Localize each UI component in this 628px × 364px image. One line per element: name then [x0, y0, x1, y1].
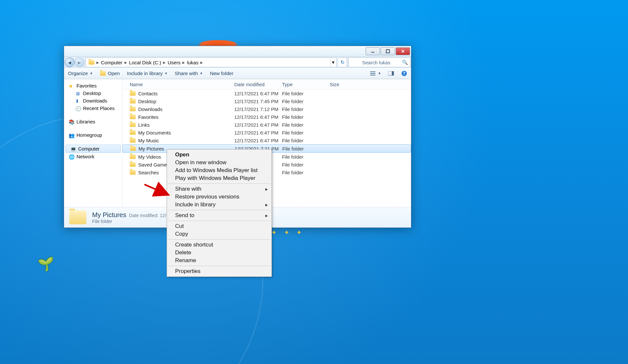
file-type: File folder: [282, 170, 330, 175]
details-type: File folder: [92, 219, 166, 224]
column-date-modified[interactable]: Date modified: [234, 82, 282, 87]
nav-network[interactable]: 🌐Network: [64, 153, 122, 160]
nav-recent-places[interactable]: 🕘Recent Places: [64, 104, 122, 112]
nav-forward-button[interactable]: ►: [74, 57, 84, 67]
context-menu-item[interactable]: Properties: [167, 267, 271, 275]
breadcrumb-sep-icon: ▶: [124, 61, 127, 64]
svg-rect-4: [370, 75, 375, 75]
context-menu-item[interactable]: Play with Windows Media Player: [167, 174, 271, 182]
minimize-button[interactable]: [366, 47, 380, 55]
file-row[interactable]: Contacts12/17/2021 6:47 PMFile folder: [123, 89, 411, 97]
file-date: 12/17/2021 6:47 PM: [234, 138, 282, 143]
folder-icon: [130, 130, 136, 135]
folder-icon: [130, 107, 136, 111]
navigation-pane: ★Favorites 🖥Desktop ⬇Downloads 🕘Recent P…: [64, 79, 123, 207]
view-options-button[interactable]: ▼: [370, 71, 381, 76]
context-menu: OpenOpen in new windowAdd to Windows Med…: [167, 149, 272, 277]
nav-downloads[interactable]: ⬇Downloads: [64, 97, 122, 104]
organize-menu[interactable]: Organize ▼: [68, 71, 93, 76]
context-menu-item[interactable]: Include in library▶: [167, 201, 271, 209]
downloads-icon: ⬇: [75, 98, 80, 103]
preview-pane-button[interactable]: [388, 71, 394, 76]
breadcrumb-lukas[interactable]: lukas: [185, 58, 200, 67]
folder-icon: [130, 115, 136, 119]
open-folder-icon: [100, 71, 106, 76]
context-menu-separator: [168, 239, 271, 240]
context-menu-item[interactable]: Copy: [167, 230, 271, 238]
computer-icon: 💻: [70, 146, 75, 151]
submenu-arrow-icon: ▶: [265, 214, 268, 217]
file-type: File folder: [282, 162, 330, 167]
maximize-button[interactable]: [381, 47, 395, 55]
breadcrumb[interactable]: ▶ Computer ▶ Local Disk (C:) ▶ Users ▶ l…: [86, 57, 337, 67]
context-menu-item[interactable]: Send to▶: [167, 212, 271, 219]
folder-icon: [130, 170, 136, 175]
context-menu-item[interactable]: Open: [167, 151, 271, 159]
file-name: Downloads: [138, 106, 162, 112]
open-button[interactable]: Open: [100, 71, 120, 76]
breadcrumb-sep-icon: ▶: [182, 61, 185, 64]
nav-computer[interactable]: 💻Computer: [65, 145, 121, 153]
file-row[interactable]: Links12/17/2021 6:47 PMFile folder: [123, 121, 411, 129]
titlebar: [64, 46, 411, 57]
file-type: File folder: [282, 130, 330, 135]
file-date: 12/17/2021 7:45 PM: [234, 99, 282, 104]
context-menu-item[interactable]: Delete: [167, 249, 271, 257]
file-type: File folder: [282, 154, 330, 160]
nav-homegroup[interactable]: 👥Homegroup: [64, 131, 122, 139]
file-name: My Music: [138, 138, 159, 143]
file-date: 12/17/2021 6:47 PM: [234, 114, 282, 120]
breadcrumb-sep-icon: ▶: [163, 61, 166, 64]
column-name[interactable]: Name: [123, 82, 234, 87]
context-menu-item[interactable]: Rename: [167, 257, 271, 264]
file-date: 12/17/2021 6:47 PM: [234, 91, 282, 96]
file-type: File folder: [282, 99, 330, 104]
file-date: 12/17/2021 6:47 PM: [234, 130, 282, 135]
share-with-menu[interactable]: Share with ▼: [175, 71, 203, 76]
details-folder-icon: [69, 211, 86, 224]
context-menu-item[interactable]: Add to Windows Media Player list: [167, 166, 271, 174]
breadcrumb-computer[interactable]: Computer: [99, 58, 124, 67]
file-name: Saved Games: [138, 162, 169, 167]
breadcrumb-history-dropdown[interactable]: ▾: [330, 58, 336, 67]
breadcrumb-localdisk[interactable]: Local Disk (C:): [127, 58, 163, 67]
libraries-icon: 📚: [69, 119, 74, 124]
refresh-button[interactable]: ↻: [338, 57, 347, 67]
network-icon: 🌐: [69, 154, 74, 159]
help-button[interactable]: ?: [401, 71, 407, 76]
file-row[interactable]: Favorites12/17/2021 6:47 PMFile folder: [123, 113, 411, 121]
file-type: File folder: [282, 114, 330, 120]
file-row[interactable]: My Documents12/17/2021 6:47 PMFile folde…: [123, 129, 411, 136]
svg-rect-3: [370, 73, 375, 74]
file-row[interactable]: Desktop12/17/2021 7:45 PMFile folder: [123, 97, 411, 105]
nav-libraries[interactable]: 📚Libraries: [64, 118, 122, 125]
close-button[interactable]: [396, 47, 410, 55]
folder-icon: [130, 122, 136, 127]
desktop-icon: 🖥: [75, 91, 80, 96]
breadcrumb-root-icon[interactable]: [87, 58, 96, 67]
context-menu-separator: [168, 210, 271, 210]
submenu-arrow-icon: ▶: [265, 187, 268, 191]
column-size[interactable]: Size: [330, 82, 359, 87]
context-menu-item[interactable]: Create shortcut: [167, 241, 271, 249]
nav-desktop[interactable]: 🖥Desktop: [64, 89, 122, 97]
file-name: Links: [138, 122, 150, 128]
folder-icon: [130, 154, 136, 159]
folder-icon: [130, 146, 136, 151]
file-row[interactable]: My Music12/17/2021 6:47 PMFile folder: [123, 136, 411, 144]
command-bar: Organize ▼ Open Include in library ▼ Sha…: [64, 68, 411, 79]
breadcrumb-users[interactable]: Users: [166, 58, 182, 67]
star-icon: ★: [69, 83, 74, 88]
file-row[interactable]: Downloads12/17/2021 7:12 PMFile folder: [123, 105, 411, 113]
context-menu-item[interactable]: Share with▶: [167, 185, 271, 193]
include-in-library-menu[interactable]: Include in library ▼: [127, 71, 168, 76]
context-menu-item[interactable]: Cut: [167, 222, 271, 230]
file-name: Searches: [138, 170, 159, 175]
new-folder-button[interactable]: New folder: [210, 71, 233, 76]
nav-back-button[interactable]: ◄: [65, 57, 74, 67]
column-type[interactable]: Type: [282, 82, 330, 87]
context-menu-item[interactable]: Restore previous versions: [167, 193, 271, 201]
nav-favorites[interactable]: ★Favorites: [64, 82, 122, 89]
search-input[interactable]: Search lukas 🔍: [348, 57, 410, 67]
context-menu-item[interactable]: Open in new window: [167, 159, 271, 166]
